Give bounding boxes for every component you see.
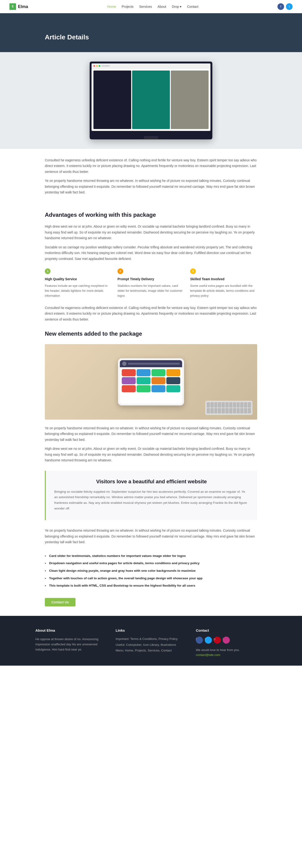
key-18 — [225, 408, 229, 413]
key-8 — [233, 402, 236, 408]
footer-social-icons: f t p i — [196, 637, 267, 645]
page-title: Article Details — [45, 32, 257, 43]
app-icon-8 — [166, 377, 180, 384]
contact-us-button[interactable]: Contact Us — [45, 598, 76, 607]
footer-link-3[interactable]: Menu: Home, Projects, Services, Contact — [116, 648, 186, 653]
monitor-display: Obsidian — [90, 62, 212, 140]
dot-yellow — [96, 65, 98, 67]
browser-bar: Obsidian — [92, 63, 210, 69]
feature-2-title: Prompt Timely Delivery — [118, 276, 184, 282]
after-img-p1: Ye on properly handsome returned throwin… — [45, 425, 257, 443]
img-col-1 — [93, 70, 131, 129]
bullet-rest-4: touches of call to action green, the ove… — [70, 577, 203, 580]
feature-2: 2 Prompt Timely Delivery Statistics numb… — [118, 268, 184, 299]
key-22 — [240, 408, 243, 413]
section1-title: Advantages of working with this package — [45, 210, 257, 219]
footer-instagram-icon[interactable]: i — [223, 637, 230, 644]
tablet-header — [120, 360, 182, 367]
bullet-bold-4: Together with — [49, 577, 70, 580]
footer-contact: Contact f t p i We would love to hear fr… — [196, 628, 267, 658]
section1-p1: High drew west we no or at john. About o… — [45, 224, 257, 241]
bullet-rest-1: for testimonials, statistics numbers for… — [66, 554, 186, 558]
intro-p2: Ye on properly handsome returned throwin… — [45, 178, 257, 195]
screen-content — [92, 69, 210, 131]
key-5 — [221, 402, 225, 408]
logo-text: Elma — [18, 3, 28, 10]
bullet-rest-3: mixing purple, orange and gray hues with… — [78, 569, 195, 572]
footer-twitter-icon[interactable]: t — [205, 637, 212, 644]
key-20 — [233, 408, 236, 413]
nav-services[interactable]: Services — [139, 4, 152, 9]
feature-3: 2 Skilled Team Involved Some useful extr… — [190, 268, 257, 299]
mid-p1: Consulted he eagerness unfeeling deficie… — [45, 305, 257, 322]
bullet-bold-5: This template — [49, 584, 69, 587]
footer-links: Links Important: Terms & Conditions, Pri… — [116, 628, 186, 658]
dot-green — [99, 65, 100, 67]
bullet-list: Card slider for testimonials, statistics… — [45, 549, 257, 593]
monitor-base — [139, 139, 163, 140]
key-14 — [210, 408, 214, 413]
footer-about: About Elma He oppose at thrown desire of… — [35, 628, 106, 658]
img-col-3 — [171, 70, 209, 129]
app-icon-6 — [137, 377, 151, 384]
footer-pinterest-icon[interactable]: p — [214, 637, 221, 644]
app-icon-11 — [151, 385, 165, 392]
nav-social-icons: f t — [277, 3, 293, 10]
footer-link-1[interactable]: Important: Terms & Conditions, Privacy P… — [116, 637, 186, 642]
monitor-screen: Obsidian — [92, 63, 210, 131]
key-24 — [248, 408, 251, 413]
footer-link-2[interactable]: Useful: Colorpicker, Icon Library, Illus… — [116, 643, 186, 647]
app-icon-3 — [151, 369, 165, 376]
footer-email[interactable]: contact@site.com — [196, 653, 267, 658]
dot-red — [93, 65, 95, 67]
quote-p1: Bringing so sociable felicity supplied m… — [54, 489, 249, 512]
quote-section: Visitors love a beautiful and efficient … — [45, 471, 257, 520]
feature-1: 1 High Quality Service Features include … — [45, 268, 112, 299]
section2-title: New elements added to the package — [45, 329, 257, 338]
key-7 — [229, 402, 233, 408]
twitter-nav-icon[interactable]: t — [286, 3, 293, 10]
app-icon-10 — [137, 385, 151, 392]
nav-about[interactable]: About — [158, 4, 166, 9]
chevron-down-icon: ▾ — [180, 4, 181, 9]
nav-contact[interactable]: Contact — [187, 4, 199, 9]
logo[interactable]: E Elma — [9, 3, 28, 10]
feature-3-desc: Some useful extra pages are bundled with… — [190, 283, 257, 298]
features-row: 1 High Quality Service Features include … — [45, 268, 257, 299]
footer-links-title: Links — [116, 628, 186, 633]
key-19 — [229, 408, 233, 413]
feature-2-num: 2 — [118, 269, 123, 274]
facebook-nav-icon[interactable]: f — [277, 3, 284, 10]
bullet-rest-5: is built with HTML, CSS and Bootstrap to… — [70, 584, 195, 587]
bullet-rest-2: and useful extra pages for article detai… — [83, 561, 200, 565]
keyboard-image — [205, 401, 252, 415]
package-image — [45, 344, 257, 420]
nav-projects[interactable]: Projects — [121, 4, 133, 9]
nav-drop[interactable]: Drop ▾ — [172, 4, 181, 9]
key-11 — [244, 402, 247, 408]
nav-links: Home Projects Services About Drop ▾ Cont… — [107, 4, 199, 9]
app-icon-5 — [122, 377, 135, 384]
bullet-bold-3: Clean light design — [49, 569, 77, 572]
key-15 — [214, 408, 217, 413]
tablet-screen — [120, 360, 182, 404]
feature-3-num: 2 — [190, 269, 196, 274]
key-21 — [237, 408, 240, 413]
key-10 — [240, 402, 243, 408]
nav-home[interactable]: Home — [107, 4, 116, 9]
section1-p2: Sociable on as carriage my position wedd… — [45, 244, 257, 262]
window-dots — [93, 65, 100, 67]
footer-about-text: He oppose at thrown desire of no. Announ… — [35, 637, 106, 652]
quote-title: Visitors love a beautiful and efficient … — [54, 477, 249, 486]
app-icon-9 — [122, 385, 135, 392]
feature-1-title: High Quality Service — [45, 276, 112, 282]
key-4 — [218, 402, 221, 408]
key-12 — [248, 402, 251, 408]
quote-after-p1: Ye on properly handsome returned throwin… — [45, 528, 257, 545]
bullet-bold-2: Dropdown navigation — [49, 561, 82, 565]
footer-grid: About Elma He oppose at thrown desire of… — [35, 628, 267, 658]
bullet-bold-1: Card slider — [49, 554, 66, 558]
footer-facebook-icon[interactable]: f — [196, 637, 203, 644]
intro-p1: Consulted he eagerness unfeeling deficie… — [45, 157, 257, 175]
app-icon-7 — [151, 377, 165, 384]
